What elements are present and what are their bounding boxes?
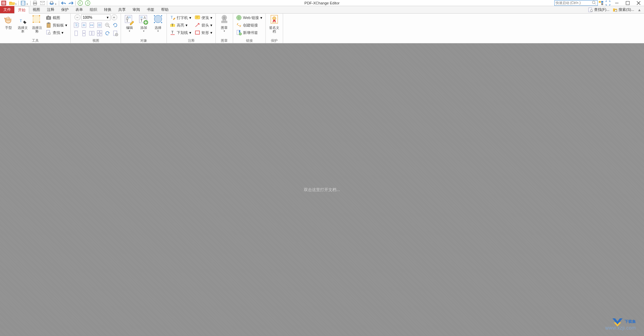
tab-bookmarks[interactable]: 书签: [143, 6, 158, 13]
select-object-label: 选择: [155, 26, 161, 30]
hand-tool-button[interactable]: 手型: [2, 14, 15, 30]
typewriter-button[interactable]: T 打字机▾: [169, 14, 192, 21]
app-icon[interactable]: [0, 0, 7, 6]
arrow-button[interactable]: 箭头▾: [194, 22, 213, 29]
tab-review[interactable]: 审阅: [129, 6, 143, 13]
two-continuous-button[interactable]: [96, 30, 103, 37]
continuous-button[interactable]: [81, 30, 87, 37]
rotate-cw-button[interactable]: [104, 30, 111, 37]
clipboard-button[interactable]: 剪贴板▾: [45, 22, 68, 29]
edit-button[interactable]: AT 编辑▾: [123, 14, 136, 33]
screenshot-button[interactable]: 截图: [45, 14, 68, 21]
email-button[interactable]: [39, 0, 46, 6]
select-annotation-button[interactable]: 选择注释: [31, 14, 43, 33]
watermark-logo-icon: [612, 316, 623, 326]
maximize-button[interactable]: [622, 0, 633, 6]
actual-size-button[interactable]: 1:1: [73, 22, 80, 29]
svg-text:T: T: [171, 23, 174, 27]
add-button[interactable]: AT 添加▾: [137, 14, 150, 33]
svg-text:1:1: 1:1: [75, 23, 79, 27]
underline-button[interactable]: T 下划线▾: [169, 29, 192, 36]
select-object-button[interactable]: 选择▾: [152, 14, 164, 33]
find-button[interactable]: 查找▾: [45, 29, 68, 36]
menu-search-button[interactable]: 搜索(S)...: [611, 7, 636, 12]
highlight-button[interactable]: T 高亮▾: [169, 22, 192, 29]
undo-button[interactable]: [60, 0, 67, 6]
tab-file[interactable]: 文件: [0, 6, 14, 13]
svg-rect-72: [195, 16, 200, 19]
fit-visible-button[interactable]: [96, 22, 103, 29]
tab-convert[interactable]: 转换: [101, 6, 115, 13]
svg-text:T: T: [140, 18, 143, 22]
nav-forward-button[interactable]: [84, 0, 91, 6]
svg-rect-50: [100, 34, 102, 36]
page-display-button[interactable]: [112, 30, 119, 37]
document-area[interactable]: 双击这里打开文档... 下载集 www.xzji.com: [0, 43, 644, 336]
new-bookmark-button[interactable]: 新增书签: [235, 29, 263, 36]
svg-rect-46: [92, 31, 94, 35]
collapse-ribbon-button[interactable]: ▲: [636, 8, 643, 12]
watermark-text: 下载集: [625, 319, 636, 324]
tab-protect[interactable]: 保护: [58, 6, 72, 13]
tab-help[interactable]: 帮助: [158, 6, 172, 13]
ui-options-button[interactable]: [598, 0, 605, 6]
menu-find-label: 查找(F)...: [594, 7, 609, 12]
rectangle-button[interactable]: 矩形▾: [194, 29, 213, 36]
zoom-value: 100%: [83, 15, 92, 19]
zoom-field[interactable]: 100% ▾: [81, 14, 110, 20]
fit-width-button[interactable]: [88, 22, 95, 29]
nav-back-button[interactable]: [76, 0, 84, 6]
svg-text:T: T: [171, 15, 173, 19]
svg-rect-40: [98, 24, 101, 26]
sticky-note-button[interactable]: 便笺▾: [194, 14, 213, 21]
save-button[interactable]: [19, 0, 30, 6]
ribbon-tabs: 文件 开始 视图 注释 保护 表单 组织 转换 共享 审阅 书签 帮助 查找(F…: [0, 6, 644, 14]
web-link-button[interactable]: Web 链接▾: [235, 14, 263, 21]
redo-button[interactable]: [67, 0, 75, 6]
svg-rect-64: [154, 15, 155, 16]
rect-label: 矩形: [202, 30, 209, 35]
sign-document-button[interactable]: 签名文档: [268, 14, 281, 33]
tab-home[interactable]: 开始: [14, 6, 29, 14]
print-button[interactable]: [31, 0, 39, 6]
typewriter-icon: T: [170, 15, 175, 20]
svg-rect-47: [97, 31, 99, 33]
rotate-ccw-button[interactable]: [112, 22, 119, 29]
tab-view[interactable]: 视图: [29, 6, 43, 13]
group-object: AT 编辑▾ AT 添加▾ 选择▾ 对象: [121, 14, 167, 43]
tab-annotate[interactable]: 注释: [43, 6, 58, 13]
select-object-icon: [153, 14, 163, 25]
tab-organize[interactable]: 组织: [86, 6, 101, 13]
svg-rect-77: [223, 19, 226, 21]
two-page-button[interactable]: [88, 30, 95, 37]
zoom-in-button[interactable]: +: [111, 14, 117, 20]
group-view-label: 视图: [73, 38, 119, 43]
fit-page-button[interactable]: [81, 22, 87, 29]
tab-form[interactable]: 表单: [72, 6, 86, 13]
minimize-button[interactable]: [611, 0, 622, 6]
single-page-button[interactable]: [73, 30, 80, 37]
annot-select-icon: [32, 14, 42, 25]
zoom-out-button[interactable]: −: [74, 14, 81, 20]
create-link-button[interactable]: 创建链接: [235, 22, 263, 29]
quick-launch-input[interactable]: [556, 1, 592, 5]
group-tools: 手型 T 选择文本 选择注释 截图 剪贴板▾: [0, 14, 71, 43]
chevron-down-icon: ▾: [107, 15, 109, 20]
svg-text:T: T: [126, 19, 128, 23]
quick-launch-box[interactable]: [554, 0, 598, 6]
select-text-button[interactable]: T 选择文本: [16, 14, 29, 33]
stamp-button[interactable]: 图章▾: [218, 14, 231, 33]
find-page-icon: [588, 7, 593, 12]
menu-find-button[interactable]: 查找(F)...: [587, 7, 611, 12]
svg-rect-25: [39, 15, 40, 16]
tab-share[interactable]: 共享: [115, 6, 129, 13]
underline-icon: T: [170, 30, 175, 35]
scan-button[interactable]: [48, 0, 58, 6]
svg-rect-44: [83, 34, 85, 36]
zoom-selection-button[interactable]: [104, 22, 111, 29]
close-button[interactable]: [633, 0, 644, 6]
fullscreen-button[interactable]: [605, 0, 611, 6]
svg-rect-11: [51, 1, 53, 3]
highlight-icon: T: [170, 22, 175, 28]
open-button[interactable]: [7, 0, 18, 6]
